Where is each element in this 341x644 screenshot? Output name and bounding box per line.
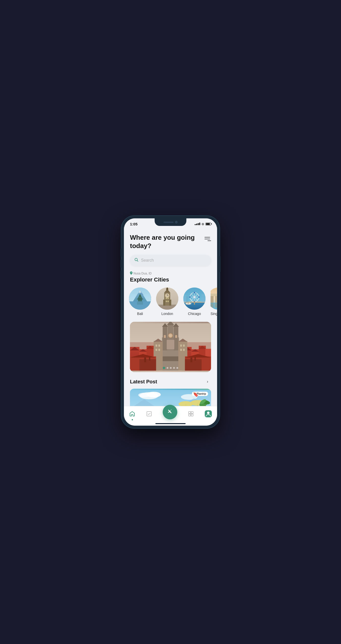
svg-rect-47 — [186, 296, 188, 302]
svg-rect-23 — [166, 298, 167, 299]
wifi-icon: ⊛ — [201, 222, 204, 226]
svg-rect-85 — [167, 340, 174, 349]
latest-post-title: Latest Post — [130, 379, 157, 385]
location-row: Nusa Dua, ID — [130, 271, 211, 275]
pages-icon — [188, 411, 194, 418]
svg-rect-111 — [190, 357, 192, 362]
search-icon — [134, 258, 139, 263]
svg-rect-109 — [144, 357, 146, 362]
latest-post-header: Latest Post › — [130, 378, 211, 385]
svg-point-37 — [194, 292, 195, 293]
nav-pages[interactable] — [188, 411, 194, 418]
dot-1 — [163, 367, 165, 369]
bottom-nav — [124, 406, 217, 426]
phone-screen: 1:05 ⊛ — [124, 218, 217, 426]
home-icon — [129, 411, 135, 418]
location-text: Nusa Dua, ID — [133, 272, 152, 275]
main-content: Where are you going today? — [124, 229, 217, 406]
battery-icon — [206, 223, 211, 225]
dot-2 — [167, 367, 168, 369]
nav-profile[interactable] — [205, 410, 212, 419]
see-more-button[interactable]: › — [204, 378, 211, 385]
svg-rect-112 — [194, 357, 196, 361]
nav-home[interactable] — [129, 411, 135, 418]
menu-line-3 — [208, 240, 211, 241]
city-item-london[interactable]: London — [156, 288, 178, 316]
svg-rect-99 — [180, 345, 182, 347]
phone-frame: 1:05 ⊛ — [121, 216, 220, 428]
svg-rect-97 — [156, 349, 157, 351]
city-name-singapore: Singapore — [211, 312, 217, 316]
svg-point-40 — [189, 296, 191, 298]
search-bar[interactable]: Search — [130, 255, 211, 266]
svg-point-142 — [207, 412, 210, 414]
city-item-chicago[interactable]: Chicago — [183, 288, 206, 316]
city-name-london: London — [161, 312, 173, 316]
svg-rect-9 — [139, 295, 141, 297]
scroll-area[interactable]: Where are you going today? — [124, 229, 217, 406]
page-title: Where are you going today? — [130, 233, 203, 250]
svg-point-38 — [198, 296, 200, 298]
featured-card[interactable] — [130, 322, 211, 372]
svg-rect-139 — [189, 414, 191, 416]
signal-icon — [195, 223, 200, 225]
post-card[interactable]: ✈ Plantrip 🔖 — [130, 389, 211, 406]
city-name-bali: Bali — [137, 312, 143, 316]
svg-rect-24 — [167, 298, 169, 299]
menu-line-2 — [204, 239, 210, 239]
chevron-right-icon: › — [207, 379, 208, 384]
dot-4 — [173, 367, 175, 369]
svg-rect-28 — [169, 300, 171, 306]
profile-icon — [205, 410, 212, 419]
svg-rect-100 — [183, 345, 185, 347]
notch-camera — [175, 221, 178, 223]
svg-rect-95 — [156, 345, 157, 347]
menu-button[interactable] — [203, 234, 211, 244]
svg-rect-107 — [140, 359, 156, 371]
svg-rect-42 — [194, 302, 195, 305]
home-indicator — [155, 423, 186, 424]
city-circle-chicago — [183, 288, 206, 310]
svg-rect-56 — [215, 303, 217, 308]
notch — [155, 218, 186, 226]
explorer-cities-title: Explorer Cities — [130, 276, 211, 283]
svg-rect-102 — [183, 349, 185, 351]
bookmark-icon[interactable]: 🔖 — [193, 392, 198, 397]
svg-rect-25 — [166, 301, 167, 302]
carousel-dots — [163, 367, 178, 369]
nav-home-dot — [132, 419, 133, 420]
svg-rect-110 — [149, 357, 150, 361]
svg-rect-90 — [160, 356, 182, 361]
header: Where are you going today? — [130, 233, 211, 250]
svg-rect-137 — [189, 412, 191, 414]
svg-rect-98 — [158, 349, 160, 351]
svg-rect-55 — [211, 304, 213, 308]
city-name-chicago: Chicago — [188, 312, 201, 316]
nav-tasks[interactable] — [146, 411, 152, 418]
search-placeholder: Search — [141, 258, 154, 263]
battery-fill — [206, 223, 210, 225]
city-item-bali[interactable]: Bali — [129, 288, 151, 316]
svg-rect-12 — [137, 302, 143, 305]
svg-rect-89 — [175, 335, 177, 338]
svg-rect-27 — [163, 300, 165, 306]
svg-point-87 — [169, 334, 172, 337]
dot-3 — [170, 367, 172, 369]
svg-rect-96 — [158, 345, 160, 347]
flight-icon — [167, 408, 173, 416]
tasks-icon — [146, 411, 152, 418]
svg-rect-138 — [191, 412, 193, 414]
cities-row: Bali — [129, 288, 211, 316]
featured-image — [130, 322, 211, 372]
nav-center-button[interactable] — [163, 405, 177, 419]
pin-icon — [130, 271, 132, 275]
svg-rect-52 — [211, 294, 217, 296]
svg-rect-101 — [180, 349, 182, 351]
city-item-singapore[interactable]: Singapore — [211, 288, 217, 316]
svg-rect-22 — [167, 288, 168, 289]
svg-line-1 — [137, 261, 138, 262]
city-circle-singapore — [211, 288, 217, 310]
svg-point-116 — [138, 393, 150, 397]
svg-rect-44 — [188, 302, 188, 304]
svg-rect-26 — [167, 301, 169, 302]
